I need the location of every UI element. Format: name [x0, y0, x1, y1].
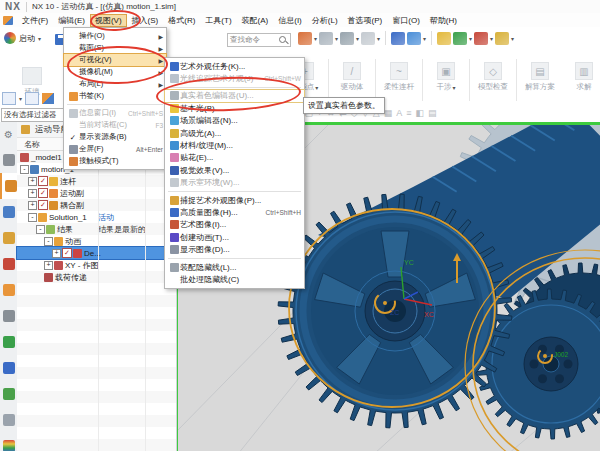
palette-icon-tab[interactable]	[0, 433, 17, 451]
menu-工具(T)[interactable]: 工具(T)	[200, 14, 236, 27]
vis-submenu-item-场景编辑器(N)...[interactable]: 场景编辑器(N)...	[165, 115, 304, 127]
web-browser-icon-tab[interactable]	[0, 355, 17, 381]
view-menu-item-显示资源条(B)[interactable]: ✓显示资源条(B)	[64, 131, 166, 143]
constraint-navigator-icon-tab[interactable]	[0, 199, 17, 225]
view-menu-item-全屏(F)[interactable]: 全屏(F)Alt+Enter	[64, 143, 166, 155]
vis-submenu-item-真实着色编辑器(U)...[interactable]: 真实着色编辑器(U)...	[165, 90, 304, 102]
view-menu-item-当前对话框(C)[interactable]: 当前对话框(C)F3	[64, 119, 166, 131]
tree-row-动画[interactable]: -动画	[17, 235, 176, 247]
vis-submenu-item-材料/纹理(M)...[interactable]: 材料/纹理(M)...	[165, 139, 304, 151]
menu-编辑(E)[interactable]: 编辑(E)	[53, 14, 90, 27]
wcs-display-icon[interactable]	[453, 32, 467, 45]
rectangle-select-icon[interactable]	[2, 92, 16, 105]
snap-point-icon[interactable]	[474, 32, 488, 45]
snap-icon-13[interactable]: ▤	[428, 108, 437, 118]
checkbox[interactable]: ✓	[38, 176, 48, 186]
reuse-library-icon-tab[interactable]	[0, 277, 17, 303]
library-books-icon-tab[interactable]	[0, 329, 17, 355]
vis-submenu-item-装配隐藏线(L)...[interactable]: 装配隐藏线(L)...	[165, 261, 304, 273]
view-menu-item-摄像机(M)[interactable]: 摄像机(M)▶	[64, 66, 166, 78]
shaded-sphere-icon-caret[interactable]: ▾	[356, 35, 359, 42]
vis-submenu-item-基本光(B)...[interactable]: 基本光(B)...	[165, 102, 304, 114]
tree-row-耦合副[interactable]: +✓耦合副	[17, 199, 176, 211]
menu-分析(L)[interactable]: 分析(L)	[307, 14, 343, 27]
film-icon-tab[interactable]	[0, 251, 17, 277]
tree-row-载荷传递[interactable]: 载荷传递	[17, 271, 176, 283]
true-shading-icon[interactable]	[437, 32, 451, 45]
grid-select-icon[interactable]	[25, 92, 39, 105]
vis-submenu-item-捕捉艺术外观图像(P)...[interactable]: 捕捉艺术外观图像(P)...	[165, 194, 304, 206]
menu-视图(V)[interactable]: 视图(V)	[90, 14, 127, 27]
menu-装配(A)[interactable]: 装配(A)	[237, 14, 274, 27]
vis-submenu-item-艺术外观任务(K)...[interactable]: 艺术外观任务(K)...	[165, 60, 304, 72]
background-icon[interactable]	[361, 32, 375, 45]
trimetric-view-icon[interactable]	[407, 32, 421, 45]
menu-首选项(P)[interactable]: 首选项(P)	[343, 14, 388, 27]
menu-插入(S)[interactable]: 插入(S)	[127, 14, 164, 27]
measure-icon-caret[interactable]: ▾	[511, 35, 514, 42]
view-menu-item-书签(K)[interactable]: 书签(K)	[64, 90, 166, 102]
tree-row-运动副[interactable]: +✓运动副	[17, 187, 176, 199]
hd3d-tools-icon-tab[interactable]	[0, 303, 17, 329]
view-menu-item-接触模式(T)[interactable]: 接触模式(T)	[64, 155, 166, 167]
expander-icon[interactable]: +	[44, 261, 53, 270]
vis-submenu-item-创建动画(T)...[interactable]: 创建动画(T)...	[165, 231, 304, 243]
background-icon-caret[interactable]: ▾	[377, 35, 380, 42]
refresh-icon[interactable]	[42, 93, 54, 104]
resource-settings[interactable]: ⚙	[0, 122, 17, 147]
orient-view-icon[interactable]	[391, 32, 405, 45]
shaded-sphere-icon[interactable]	[340, 32, 354, 45]
tree-row-连杆[interactable]: +✓连杆	[17, 175, 176, 187]
view-menu-item-信息窗口(I)[interactable]: 信息窗口(I)Ctrl+Shift+S	[64, 107, 166, 119]
selection-filter-dropdown[interactable]: 没有选择过滤器	[1, 108, 67, 122]
view-menu-item-布局(L)[interactable]: 布局(L)▶	[64, 78, 166, 90]
checkbox[interactable]: ✓	[62, 248, 72, 258]
tree-row-XY - 作图[interactable]: +XY - 作图	[17, 259, 176, 271]
render-style-icon[interactable]	[319, 32, 333, 45]
wcs-display-icon-caret[interactable]: ▾	[469, 35, 472, 42]
menu-帮助(H)[interactable]: 帮助(H)	[425, 14, 462, 27]
snap-icon-12[interactable]: ◧	[415, 108, 424, 118]
expander-icon[interactable]: -	[20, 165, 29, 174]
tree-row-De...[interactable]: +✓De...	[17, 247, 176, 259]
vis-submenu-item-批处理隐藏线(C)[interactable]: 批处理隐藏线(C)	[165, 273, 304, 285]
command-finder-input[interactable]: 查找命令	[227, 33, 291, 47]
home-icon[interactable]	[3, 16, 13, 25]
fit-view-icon[interactable]	[298, 32, 312, 45]
view-menu-item-截面(S)[interactable]: 截面(S)▶	[64, 42, 166, 54]
expander-icon[interactable]: -	[36, 225, 45, 234]
fit-view-icon-caret[interactable]: ▾	[314, 35, 317, 42]
roles-icon-tab[interactable]	[0, 147, 17, 173]
vis-submenu-item-显示图像(D)...[interactable]: 显示图像(D)...	[165, 243, 304, 255]
tree-row-结果[interactable]: -结果结果是最新的	[17, 223, 176, 235]
expander-icon[interactable]: +	[52, 249, 61, 258]
history-icon-tab[interactable]	[0, 407, 17, 433]
expander-icon[interactable]: -	[44, 237, 53, 246]
measure-icon[interactable]	[495, 32, 509, 45]
snap-point-icon-caret[interactable]: ▾	[490, 35, 493, 42]
tree-row-Solution_1[interactable]: -Solution_1活动	[17, 211, 176, 223]
vis-submenu-item-艺术图像(I)...[interactable]: 艺术图像(I)...	[165, 219, 304, 231]
vis-submenu-item-贴花(E)...[interactable]: 贴花(E)...	[165, 152, 304, 164]
process-studio-icon-tab[interactable]	[0, 381, 17, 407]
expander-icon[interactable]: +	[28, 177, 37, 186]
menu-格式(R)[interactable]: 格式(R)	[163, 14, 200, 27]
snap-icon-11[interactable]: ≡	[406, 108, 411, 118]
vis-submenu-item-高质量图像(H)...[interactable]: 高质量图像(H)...Ctrl+Shift+H	[165, 206, 304, 218]
checkbox[interactable]: ✓	[38, 188, 48, 198]
vis-submenu-item-光线追踪艺术外观(J)[interactable]: 光线追踪艺术外观(J)Ctrl+Shift+W	[165, 72, 304, 84]
view-menu-item-操作(O)[interactable]: 操作(O)▶	[64, 30, 166, 42]
expander-icon[interactable]: -	[28, 213, 37, 222]
vis-submenu-item-高级光(A)...[interactable]: 高级光(A)...	[165, 127, 304, 139]
snap-icon-10[interactable]: A	[396, 108, 402, 118]
expander-icon[interactable]: +	[28, 201, 37, 210]
menu-信息(I)[interactable]: 信息(I)	[273, 14, 307, 27]
view-menu-item-可视化(V)[interactable]: 可视化(V)▶	[64, 54, 166, 66]
render-style-icon-caret[interactable]: ▾	[335, 35, 338, 42]
trimetric-view-icon-caret[interactable]: ▾	[423, 35, 426, 42]
start-button[interactable]: 启动 ▾	[4, 32, 41, 44]
vis-submenu-item-视觉效果(V)...[interactable]: 视觉效果(V)...	[165, 164, 304, 176]
expander-icon[interactable]: +	[28, 189, 37, 198]
motion-navigator-icon-tab[interactable]	[0, 225, 17, 251]
checkbox[interactable]: ✓	[38, 200, 48, 210]
